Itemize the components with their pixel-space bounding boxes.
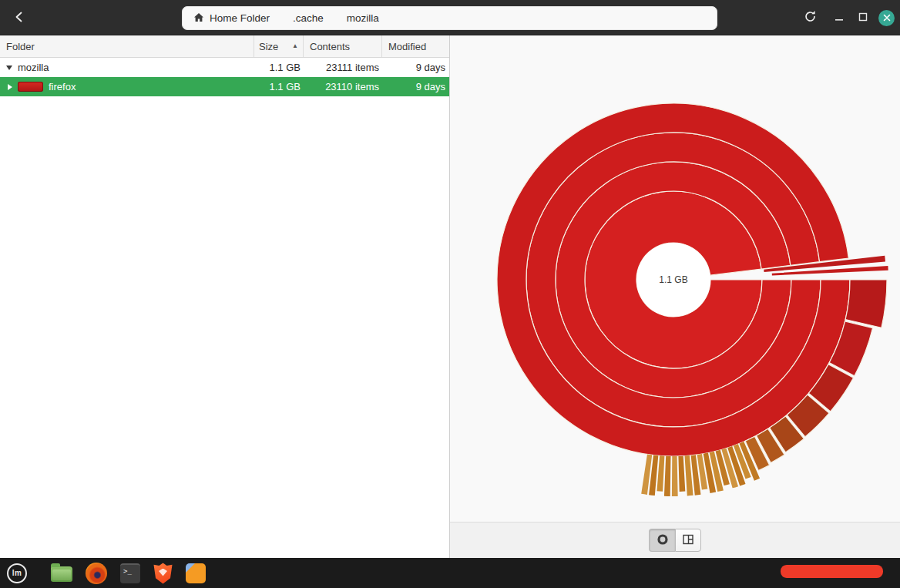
- home-icon: [193, 12, 204, 25]
- close-button[interactable]: [878, 10, 895, 26]
- maximize-button[interactable]: [855, 9, 871, 26]
- modified-cell: 9 days: [382, 62, 449, 73]
- contents-cell: 23110 items: [304, 81, 382, 92]
- taskbar-files-button[interactable]: [51, 564, 72, 582]
- rings-view-button[interactable]: [649, 529, 675, 552]
- size-cell: 1.1 GB: [254, 81, 304, 92]
- breadcrumb-mozilla[interactable]: mozilla: [347, 12, 379, 24]
- mint-menu-icon: lm: [7, 563, 27, 583]
- firefox-icon: [86, 563, 107, 584]
- folder-cell: firefox: [0, 81, 254, 92]
- folder-tree-panel: Folder Size ▲ Contents Modified mozilla …: [0, 35, 450, 558]
- taskbar-brave-button[interactable]: [153, 563, 173, 584]
- mint-menu-button[interactable]: lm: [7, 563, 38, 583]
- column-header-size[interactable]: Size ▲: [254, 35, 304, 57]
- size-cell: 1.1 GB: [254, 62, 304, 73]
- orange-app-icon: [186, 563, 206, 583]
- rings-view-icon: [657, 533, 669, 548]
- contents-cell: 23111 items: [304, 62, 382, 73]
- breadcrumb-cache[interactable]: .cache: [293, 12, 324, 24]
- view-switch: [649, 529, 701, 552]
- column-label: Folder: [6, 41, 35, 52]
- column-label: Size: [259, 41, 278, 52]
- column-label: Modified: [388, 41, 426, 52]
- breadcrumb-home-folder[interactable]: Home Folder: [193, 12, 270, 25]
- breadcrumb-label: mozilla: [347, 12, 379, 24]
- folder-cell: mozilla: [0, 62, 254, 73]
- treemap-view-button[interactable]: [675, 529, 701, 552]
- main-content: Folder Size ▲ Contents Modified mozilla …: [0, 35, 900, 558]
- treemap-view-icon: [682, 533, 694, 548]
- minimize-button[interactable]: [831, 9, 848, 26]
- back-button[interactable]: [8, 6, 31, 29]
- expander-collapsed-icon[interactable]: [8, 84, 12, 90]
- screen: { "titlebar": { "breadcrumbs": [ { "labe…: [0, 0, 900, 588]
- terminal-icon: [120, 563, 140, 583]
- rescan-button[interactable]: [798, 6, 821, 29]
- breadcrumb-label: Home Folder: [210, 12, 270, 24]
- notification-fragment[interactable]: [781, 565, 883, 578]
- maximize-icon: [858, 12, 868, 24]
- minimize-icon: [835, 12, 844, 24]
- expander-expanded-icon[interactable]: [6, 66, 12, 70]
- files-folder-icon: [51, 566, 72, 582]
- rings-chart-panel: 1.1 GB: [450, 35, 900, 558]
- sort-ascending-icon: ▲: [292, 43, 298, 49]
- breadcrumb: Home Folder .cache mozilla: [182, 6, 717, 30]
- column-header-modified[interactable]: Modified: [382, 35, 449, 57]
- close-icon: [883, 12, 891, 24]
- column-header-folder[interactable]: Folder: [0, 35, 254, 57]
- table-row-mozilla[interactable]: mozilla 1.1 GB 23111 items 9 days: [0, 58, 449, 77]
- reload-icon: [804, 10, 817, 25]
- rings-chart[interactable]: 1.1 GB: [450, 35, 900, 522]
- usage-bar-icon: [18, 82, 43, 92]
- back-chevron-icon: [12, 10, 26, 26]
- window-controls: [831, 0, 895, 35]
- column-header-contents[interactable]: Contents: [304, 35, 382, 57]
- folder-name: firefox: [49, 81, 76, 92]
- chart-footer: [450, 522, 900, 558]
- modified-cell: 9 days: [382, 81, 449, 92]
- table-header-row: Folder Size ▲ Contents Modified: [0, 35, 449, 58]
- column-label: Contents: [310, 41, 350, 52]
- taskbar-firefox-button[interactable]: [86, 563, 107, 584]
- taskbar-app-button[interactable]: [186, 563, 206, 583]
- taskbar: lm: [0, 558, 900, 588]
- taskbar-terminal-button[interactable]: [120, 563, 140, 583]
- titlebar: Home Folder .cache mozilla: [0, 0, 900, 35]
- rings-chart-svg[interactable]: [450, 35, 900, 522]
- breadcrumb-label: .cache: [293, 12, 324, 24]
- brave-icon: [153, 563, 173, 584]
- folder-name: mozilla: [18, 62, 49, 73]
- table-row-firefox[interactable]: firefox 1.1 GB 23110 items 9 days: [0, 77, 449, 96]
